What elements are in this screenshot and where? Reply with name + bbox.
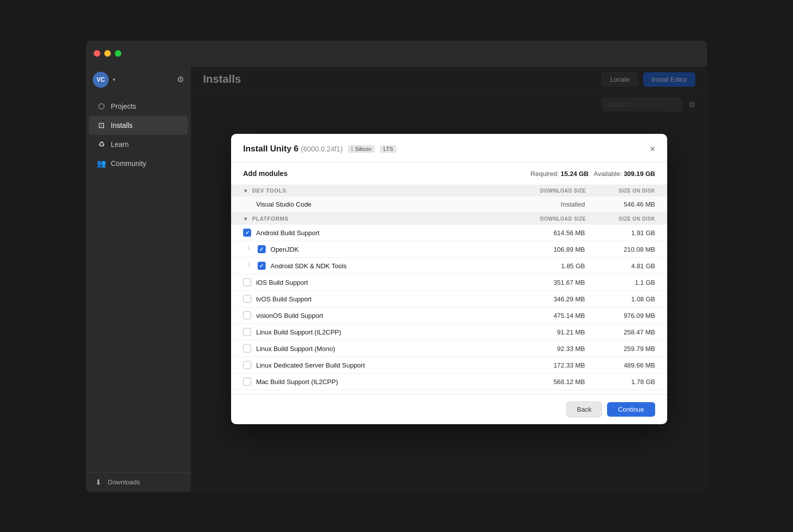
- sidebar-item-label: Community: [111, 159, 146, 167]
- linux-mono-disk: 259.79 MB: [590, 345, 655, 352]
- dev-tools-section-header: ▼ Dev Tools Download Size Size on Disk: [231, 185, 667, 197]
- openjdk-disk: 210.08 MB: [590, 246, 655, 253]
- mac-il2cpp-name: Mac Build Support (IL2CPP): [256, 378, 515, 386]
- silicon-badge:  Silicon: [348, 145, 375, 153]
- linux-il2cpp-name: Linux Build Support (IL2CPP): [256, 328, 515, 336]
- user-row[interactable]: VC ▾ ⚙: [86, 67, 191, 93]
- ndk-name: Android SDK & NDK Tools: [271, 262, 515, 270]
- avatar: VC: [93, 72, 109, 88]
- tvos-disk: 1.08 GB: [590, 295, 655, 303]
- linux-dedicated-name: Linux Dedicated Server Build Support: [256, 362, 515, 369]
- ndk-checkbox[interactable]: [258, 262, 266, 270]
- modal-version: (6000.0.24f1): [301, 145, 342, 153]
- linux-il2cpp-disk: 258.47 MB: [590, 328, 655, 336]
- linux-dedicated-checkbox[interactable]: [243, 361, 251, 369]
- android-name: Android Build Support: [256, 229, 515, 237]
- app-window: VC ▾ ⚙ ⬡ Projects ⊡ Installs ♻ Learn: [86, 41, 707, 492]
- ios-checkbox[interactable]: [243, 278, 251, 286]
- ndk-indent-icon: └: [246, 262, 251, 269]
- titlebar: [86, 41, 707, 67]
- main-content: Installs Locate Install Editor ⚙ I: [191, 67, 707, 492]
- module-row-visionos: visionOS Build Support 475.14 MB 976.09 …: [231, 307, 667, 324]
- sidebar-item-label: Learn: [111, 140, 129, 148]
- module-row-linux-il2cpp: Linux Build Support (IL2CPP) 91.21 MB 25…: [231, 324, 667, 340]
- minimize-button[interactable]: [104, 50, 111, 57]
- modal-footer: Back Continue: [231, 394, 667, 424]
- platforms-chevron-icon[interactable]: ▼: [243, 216, 248, 222]
- modal-close-button[interactable]: ×: [650, 144, 655, 153]
- platforms-download-col: Download Size: [521, 216, 586, 222]
- modal-subheader: Add modules Required: 15.24 GB Available…: [231, 162, 667, 185]
- modal-overlay: Install Unity 6 (6000.0.24f1)  Silicon …: [191, 67, 707, 492]
- dev-tools-chevron-icon[interactable]: ▼: [243, 188, 248, 194]
- tvos-name: tvOS Build Support: [256, 295, 515, 303]
- traffic-lights: [94, 50, 121, 57]
- maximize-button[interactable]: [115, 50, 121, 57]
- sidebar-item-community[interactable]: 👥 Community: [89, 154, 188, 173]
- vscode-name: Visual Studio Code: [256, 201, 515, 208]
- sidebar-item-projects[interactable]: ⬡ Projects: [89, 97, 188, 116]
- linux-mono-download: 92.33 MB: [520, 345, 585, 352]
- ndk-disk: 4.81 GB: [590, 262, 655, 270]
- app-body: VC ▾ ⚙ ⬡ Projects ⊡ Installs ♻ Learn: [86, 67, 707, 492]
- chevron-down-icon: ▾: [113, 77, 115, 82]
- platforms-label: Platforms: [252, 216, 517, 222]
- vscode-size: 546.46 MB: [590, 201, 655, 208]
- ios-name: iOS Build Support: [256, 279, 515, 286]
- module-row-openjdk: └ OpenJDK 106.89 MB 210.08 MB: [231, 241, 667, 258]
- linux-mono-checkbox[interactable]: [243, 344, 251, 352]
- module-row-linux-dedicated: Linux Dedicated Server Build Support 172…: [231, 357, 667, 374]
- modal-dialog: Install Unity 6 (6000.0.24f1)  Silicon …: [231, 134, 667, 424]
- learn-icon: ♻: [97, 140, 106, 149]
- ndk-download: 1.85 GB: [520, 262, 585, 270]
- sidebar-item-label: Projects: [111, 102, 136, 110]
- sidebar: VC ▾ ⚙ ⬡ Projects ⊡ Installs ♻ Learn: [86, 67, 191, 492]
- visionos-checkbox[interactable]: [243, 311, 251, 319]
- ios-disk: 1.1 GB: [590, 279, 655, 286]
- openjdk-download: 106.89 MB: [520, 246, 585, 253]
- module-row-tvos: tvOS Build Support 346.29 MB 1.08 GB: [231, 291, 667, 307]
- modal-title: Install Unity 6 (6000.0.24f1): [243, 144, 343, 154]
- module-row-ios: iOS Build Support 351.67 MB 1.1 GB: [231, 274, 667, 291]
- android-disk: 1.91 GB: [590, 229, 655, 237]
- mac-il2cpp-download: 568.12 MB: [520, 378, 585, 386]
- module-row-vscode: Visual Studio Code Installed 546.46 MB: [231, 197, 667, 213]
- module-row-ndk: └ Android SDK & NDK Tools 1.85 GB 4.81 G…: [231, 258, 667, 274]
- sidebar-gear-icon[interactable]: ⚙: [177, 75, 184, 84]
- linux-dedicated-disk: 489.66 MB: [590, 362, 655, 369]
- module-row-linux-mono: Linux Build Support (Mono) 92.33 MB 259.…: [231, 340, 667, 357]
- linux-dedicated-download: 172.33 MB: [520, 362, 585, 369]
- close-button[interactable]: [94, 50, 100, 57]
- linux-il2cpp-download: 91.21 MB: [520, 328, 585, 336]
- community-icon: 👥: [97, 159, 106, 168]
- openjdk-indent-icon: └: [246, 246, 251, 253]
- dev-tools-disk-col: Size on Disk: [590, 188, 655, 194]
- ios-download: 351.67 MB: [520, 279, 585, 286]
- module-row-mac-il2cpp: Mac Build Support (IL2CPP) 568.12 MB 1.7…: [231, 374, 667, 390]
- sidebar-item-label: Installs: [111, 121, 133, 129]
- openjdk-name: OpenJDK: [271, 246, 515, 253]
- linux-il2cpp-checkbox[interactable]: [243, 328, 251, 336]
- vscode-installed-status: Installed: [520, 201, 585, 208]
- projects-icon: ⬡: [97, 102, 106, 111]
- back-button[interactable]: Back: [566, 402, 602, 417]
- installs-icon: ⊡: [97, 121, 106, 130]
- visionos-disk: 976.09 MB: [590, 312, 655, 319]
- sidebar-item-installs[interactable]: ⊡ Installs: [89, 116, 188, 135]
- module-row-android: Android Build Support 614.56 MB 1.91 GB: [231, 225, 667, 241]
- openjdk-checkbox[interactable]: [258, 245, 266, 253]
- android-download: 614.56 MB: [520, 229, 585, 237]
- mac-il2cpp-checkbox[interactable]: [243, 378, 251, 386]
- sidebar-nav: ⬡ Projects ⊡ Installs ♻ Learn 👥 Communit…: [86, 93, 191, 472]
- downloads-icon: ⬇: [94, 478, 103, 487]
- continue-button[interactable]: Continue: [607, 402, 655, 417]
- lts-badge: LTS: [380, 145, 397, 153]
- dev-tools-download-col: Download Size: [521, 188, 586, 194]
- linux-mono-name: Linux Build Support (Mono): [256, 345, 515, 352]
- sidebar-item-learn[interactable]: ♻ Learn: [89, 135, 188, 154]
- sidebar-bottom[interactable]: ⬇ Downloads: [86, 472, 191, 492]
- tvos-checkbox[interactable]: [243, 295, 251, 303]
- android-checkbox[interactable]: [243, 229, 251, 237]
- visionos-name: visionOS Build Support: [256, 312, 515, 319]
- dev-tools-label: Dev Tools: [252, 188, 517, 194]
